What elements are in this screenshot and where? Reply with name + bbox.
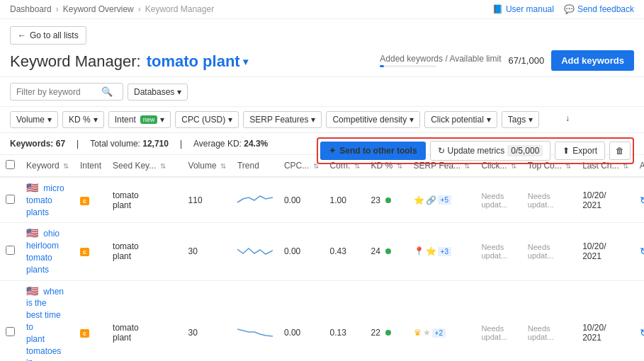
row-refresh-button[interactable]: ↻: [640, 195, 644, 206]
keywords-table-container: Keyword ⇅ Intent Seed Key... ⇅ Volume ⇅ …: [0, 155, 644, 361]
select-all-header[interactable]: [0, 155, 21, 177]
keyword-cell: 🇺🇸 when is thebest time toplant tomatoes…: [21, 280, 74, 361]
chevron-down-icon[interactable]: ▾: [243, 56, 248, 67]
serp-cell: ♛ ★ +2: [408, 280, 476, 361]
chevron-down-icon: ▾: [47, 115, 52, 125]
breadcrumb-dashboard[interactable]: Dashboard: [10, 4, 52, 14]
serp-cell: 📍 ⭐ +3: [408, 223, 476, 280]
tags-filter[interactable]: Tags ▾: [502, 111, 539, 128]
trend-cell: [232, 223, 278, 280]
export-icon: ⬆: [563, 146, 570, 156]
trend-column-header[interactable]: Trend: [232, 155, 278, 177]
databases-dropdown[interactable]: Databases ▾: [128, 84, 188, 101]
send-icon: ✦: [329, 146, 336, 156]
flag-icon: 🇺🇸: [26, 182, 38, 193]
row-action-icons: ↻ 🗑: [640, 327, 644, 338]
red-arrow-icon: ↓: [565, 113, 570, 123]
send-feedback-link[interactable]: 💬 Send feedback: [564, 4, 634, 14]
kd-filter[interactable]: KD % ▾: [62, 111, 104, 128]
seed-key-column-header[interactable]: Seed Key... ⇅: [107, 155, 171, 177]
update-metrics-button[interactable]: ↻ Update metrics 0/5,000: [430, 141, 551, 161]
user-manual-link[interactable]: 📘 User manual: [492, 4, 554, 14]
kd-stat: Average KD: 24.3%: [193, 139, 268, 149]
trend-cell: [232, 177, 278, 223]
lastch-cell: 10/20/2021: [577, 280, 634, 361]
export-button[interactable]: ⬆ Export: [555, 142, 605, 160]
arrow-left-icon: ←: [18, 30, 26, 40]
topco-cell: Needsupdat...: [522, 280, 577, 361]
competitive-density-filter[interactable]: Competitive density ▾: [326, 111, 420, 128]
breadcrumb-keyword-overview[interactable]: Keyword Overview: [63, 4, 134, 14]
stats-row: Keywords: 67 | Total volume: 12,710 | Av…: [0, 133, 644, 155]
title-row: Keyword Manager: tomato plant ▾ Added ke…: [10, 50, 634, 71]
empty-cell: [171, 177, 183, 223]
keywords-label: Keywords:: [10, 139, 53, 149]
trend-cell: [232, 280, 278, 361]
com-cell: 0.13: [324, 280, 366, 361]
page-title-static: Keyword Manager:: [10, 52, 141, 71]
trend-chart: [237, 192, 273, 206]
page-title-dynamic: tomato plant ▾: [147, 52, 248, 71]
kd-dot: [385, 248, 391, 254]
intent-filter[interactable]: Intent new ▾: [108, 111, 171, 128]
filter-keyword-input[interactable]: [16, 87, 101, 97]
volume-filter[interactable]: Volume ▾: [10, 111, 58, 128]
stats-divider-2: |: [180, 139, 182, 149]
volume-label: Total volume:: [90, 139, 140, 149]
row-checkbox-cell[interactable]: [0, 280, 21, 361]
keywords-value: 67: [56, 139, 65, 149]
flag-icon: 🇺🇸: [26, 285, 38, 297]
update-count-badge: 0/5,000: [507, 145, 543, 156]
seed-key-cell: tomatoplant: [107, 177, 171, 223]
update-metrics-label: Update metrics: [448, 146, 505, 156]
volume-column-header[interactable]: Volume ⇅: [183, 155, 232, 177]
send-feedback-label: Send feedback: [577, 4, 634, 14]
title-right: Added keywords / Available limit 67/1,00…: [380, 50, 634, 71]
intent-column-header[interactable]: Intent: [74, 155, 107, 177]
topco-cell: Needsupdat...: [522, 177, 577, 223]
intent-cell: c: [74, 280, 107, 361]
serp-plus-badge: +5: [438, 195, 451, 205]
empty-cell: [171, 223, 183, 280]
send-to-tools-button[interactable]: ✦ Send to other tools: [320, 142, 425, 160]
row-checkbox[interactable]: [6, 246, 15, 255]
limit-label: Added keywords / Available limit: [380, 54, 501, 64]
keyword-column-header[interactable]: Keyword ⇅: [21, 155, 74, 177]
serp-features-filter[interactable]: SERP Features ▾: [243, 111, 322, 128]
book-icon: 📘: [492, 4, 503, 14]
volume-value: 12,710: [142, 139, 169, 149]
row-checkbox-cell[interactable]: [0, 177, 21, 223]
cpc-cell: 0.00: [278, 223, 324, 280]
chevron-down-icon: ▾: [487, 115, 491, 125]
filters-row: Volume ▾ KD % ▾ Intent new ▾ CPC (USD) ▾…: [0, 107, 644, 133]
row-checkbox-cell[interactable]: [0, 223, 21, 280]
serp-cell: ⭐ 🔗 +5: [408, 177, 476, 223]
add-keywords-button[interactable]: Add keywords: [551, 50, 634, 71]
table-row: 🇺🇸 ohio heirloomtomato plants c tomatopl…: [0, 223, 644, 280]
cpc-filter[interactable]: CPC (USD) ▾: [175, 111, 239, 128]
volume-cell: 30: [183, 223, 232, 280]
click-potential-filter[interactable]: Click potential ▾: [424, 111, 497, 128]
row-checkbox[interactable]: [6, 195, 15, 204]
chevron-down-icon: ▾: [177, 87, 181, 97]
go-to-all-lists-button[interactable]: ← Go to all lists: [10, 26, 86, 45]
page-title: Keyword Manager: tomato plant ▾: [10, 52, 248, 71]
select-all-checkbox[interactable]: [6, 160, 15, 169]
row-action-icons: ↻ 🗑: [640, 195, 644, 206]
sort-icon: ⇅: [63, 162, 69, 170]
row-refresh-button[interactable]: ↻: [640, 327, 644, 338]
keywords-stat: Keywords: 67: [10, 139, 65, 149]
trend-chart: [237, 325, 273, 339]
trash-icon: 🗑: [616, 146, 624, 156]
keyword-list-name: tomato plant: [147, 52, 240, 71]
row-refresh-button[interactable]: ↻: [640, 246, 644, 257]
row-checkbox[interactable]: [6, 327, 15, 336]
limit-bar: [380, 65, 436, 67]
table-row: 🇺🇸 when is thebest time toplant tomatoes…: [0, 280, 644, 361]
delete-button[interactable]: 🗑: [609, 142, 631, 160]
sort-icon: ⇅: [160, 162, 166, 170]
chevron-down-icon: ▾: [529, 115, 533, 125]
action-buttons-group: ✦ Send to other tools ↻ Update metrics 0…: [317, 137, 634, 164]
keyword-link[interactable]: when is thebest time toplant tomatoes in…: [26, 287, 64, 361]
topco-cell: Needsupdat...: [522, 223, 577, 280]
